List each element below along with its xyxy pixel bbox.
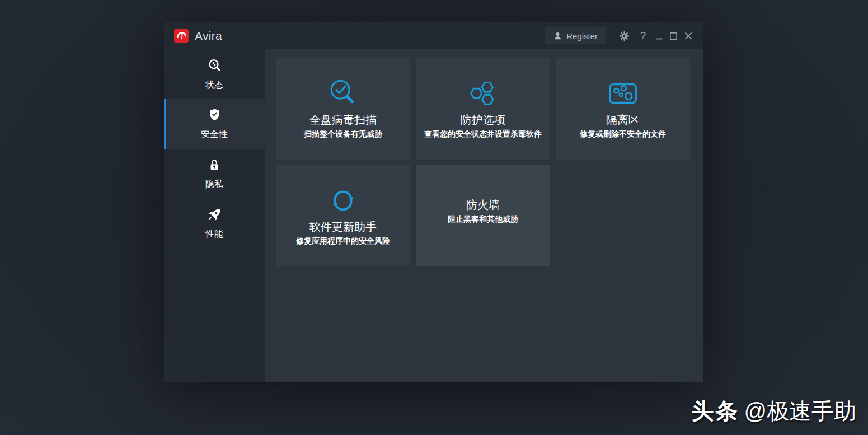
magnifier-check-icon [326, 76, 360, 111]
lock-icon [207, 158, 222, 175]
gear-icon[interactable] [618, 30, 630, 42]
tile-quarantine[interactable]: 隔离区 修复或删除不安全的文件 [556, 58, 690, 160]
sidebar-item-privacy[interactable]: 隐私 [164, 149, 265, 199]
sidebar-label: 安全性 [201, 129, 228, 141]
sidebar-label: 性能 [205, 228, 223, 240]
tile-title: 防火墙 [466, 199, 500, 212]
tile-firewall[interactable]: 防火墙 阻止黑客和其他威胁 [416, 165, 550, 266]
tile-protection-options[interactable]: 防护选项 查看您的安全状态并设置杀毒软件 [416, 58, 550, 160]
window-body: 状态 安全性 [164, 49, 703, 382]
app-title: Avira [195, 29, 222, 43]
minimize-icon[interactable] [655, 31, 663, 41]
tile-grid: 全盘病毒扫描 扫描整个设备有无威胁 防护选项 查看您的安全状态并设置 [276, 58, 703, 266]
tile-title: 软件更新助手 [309, 221, 377, 233]
sidebar-item-security[interactable]: 安全性 [164, 99, 265, 149]
tile-software-updater[interactable]: 软件更新助手 修复应用程序中的安全风险 [276, 165, 410, 266]
titlebar: Avira Register [164, 22, 703, 49]
security-page: 全盘病毒扫描 扫描整个设备有无威胁 防护选项 查看您的安全状态并设置 [265, 49, 703, 382]
brand: Avira [164, 29, 222, 43]
avira-logo-icon [174, 29, 189, 43]
shield-check-icon [207, 107, 222, 125]
tile-title: 防护选项 [461, 114, 505, 127]
sidebar-item-status[interactable]: 状态 [164, 49, 265, 99]
tile-subtitle: 阻止黑客和其他威胁 [448, 214, 518, 224]
sidebar-label: 隐私 [205, 179, 223, 190]
tile-subtitle: 修复应用程序中的安全风险 [296, 236, 390, 246]
hexagons-icon [466, 76, 500, 111]
tile-title: 全盘病毒扫描 [309, 114, 377, 127]
titlebar-controls: Register [545, 27, 703, 44]
maximize-icon[interactable] [669, 32, 678, 40]
watermark-handle: @极速手助 [744, 399, 856, 423]
avira-window: Avira Register [164, 22, 703, 382]
tile-full-scan[interactable]: 全盘病毒扫描 扫描整个设备有无威胁 [276, 58, 410, 160]
user-icon [553, 31, 562, 40]
register-label: Register [566, 31, 598, 41]
register-button[interactable]: Register [545, 27, 606, 44]
sidebar-label: 状态 [205, 79, 223, 91]
quarantine-box-icon [606, 76, 640, 111]
pulse-magnifier-icon [207, 58, 222, 76]
desktop-background: Avira Register [0, 0, 868, 435]
sidebar-item-performance[interactable]: 性能 [164, 199, 265, 249]
help-icon[interactable]: ? [639, 30, 647, 42]
watermark-brand: 头条 [691, 399, 739, 423]
tile-title: 隔离区 [606, 114, 640, 127]
sidebar: 状态 安全性 [164, 49, 265, 382]
watermark: 头条@极速手助 [691, 396, 856, 427]
tile-subtitle: 修复或删除不安全的文件 [580, 129, 666, 139]
rocket-icon [207, 207, 222, 224]
tile-subtitle: 查看您的安全状态并设置杀毒软件 [424, 129, 542, 139]
close-icon[interactable] [684, 31, 693, 40]
refresh-arrows-icon [326, 183, 360, 218]
tile-subtitle: 扫描整个设备有无威胁 [304, 129, 382, 139]
